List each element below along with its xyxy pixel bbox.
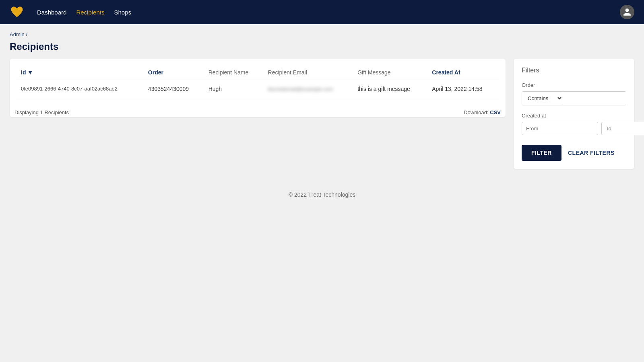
- cell-order: 4303524430009: [143, 80, 204, 98]
- order-filter-wrap: Contains Equals Starts with: [522, 91, 626, 105]
- cell-created-at: April 13, 2022 14:58: [427, 80, 499, 98]
- order-filter-label: Order: [522, 82, 626, 88]
- col-header-id[interactable]: Id ▼: [16, 65, 143, 80]
- col-header-recipient-email: Recipient Email: [263, 65, 353, 80]
- download-label: Download:: [464, 109, 488, 115]
- displaying-count: Displaying 1 Recipients: [14, 109, 69, 115]
- nav-shops[interactable]: Shops: [114, 9, 131, 16]
- cell-recipient-name: Hugh: [204, 80, 263, 98]
- table-footer: Displaying 1 Recipients Download: CSV: [10, 105, 506, 117]
- nav-recipients[interactable]: Recipients: [76, 9, 104, 16]
- app-logo[interactable]: [10, 5, 24, 19]
- footer-text: © 2022 Treat Technologies: [289, 191, 356, 198]
- breadcrumb-parent[interactable]: Admin: [10, 31, 25, 37]
- page-title: Recipients: [0, 39, 644, 59]
- breadcrumb-area: Admin /: [0, 24, 644, 39]
- sort-icon: ▼: [27, 69, 33, 76]
- nav-links: Dashboard Recipients Shops: [37, 9, 607, 16]
- cell-recipient-email: blurredemail@example.com: [263, 80, 353, 98]
- breadcrumb-separator: /: [26, 31, 27, 37]
- blurred-email: blurredemail@example.com: [268, 86, 333, 92]
- download-area: Download: CSV: [464, 109, 501, 115]
- date-to-input[interactable]: [601, 122, 644, 135]
- table-row: 0fe09891-2666-4740-8c07-aaf02ac68ae2 430…: [16, 80, 499, 98]
- csv-download-link[interactable]: CSV: [490, 109, 501, 115]
- filters-card: Filters Order Contains Equals Starts wit…: [514, 59, 634, 169]
- date-from-input[interactable]: [522, 122, 598, 135]
- filter-button[interactable]: FILTER: [522, 145, 561, 161]
- cell-id: 0fe09891-2666-4740-8c07-aaf02ac68ae2: [16, 80, 143, 98]
- table-header-row: Id ▼ Order Recipient Name Recipient Emai…: [16, 65, 499, 80]
- order-filter-select[interactable]: Contains Equals Starts with: [522, 92, 563, 105]
- breadcrumb: Admin /: [10, 31, 27, 37]
- date-range-row: [522, 122, 626, 135]
- page-footer: © 2022 Treat Technologies: [0, 179, 644, 211]
- col-header-order[interactable]: Order: [143, 65, 204, 80]
- col-header-created-at[interactable]: Created At: [427, 65, 499, 80]
- col-header-gift-message: Gift Message: [353, 65, 427, 80]
- filters-title: Filters: [522, 67, 626, 74]
- order-filter-input[interactable]: [563, 92, 626, 105]
- cell-gift-message: this is a gift message: [353, 80, 427, 98]
- user-avatar[interactable]: [620, 5, 634, 19]
- table-inner: Id ▼ Order Recipient Name Recipient Emai…: [10, 59, 506, 105]
- recipients-table-card: Id ▼ Order Recipient Name Recipient Emai…: [10, 59, 506, 117]
- navbar: Dashboard Recipients Shops: [0, 0, 644, 24]
- col-header-recipient-name: Recipient Name: [204, 65, 263, 80]
- created-at-label: Created at: [522, 113, 626, 119]
- clear-filters-button[interactable]: CLEAR FILTERS: [568, 150, 615, 156]
- recipients-table: Id ▼ Order Recipient Name Recipient Emai…: [16, 65, 499, 98]
- filter-buttons: FILTER CLEAR FILTERS: [522, 145, 626, 161]
- nav-dashboard[interactable]: Dashboard: [37, 9, 66, 16]
- content-area: Id ▼ Order Recipient Name Recipient Emai…: [0, 59, 644, 179]
